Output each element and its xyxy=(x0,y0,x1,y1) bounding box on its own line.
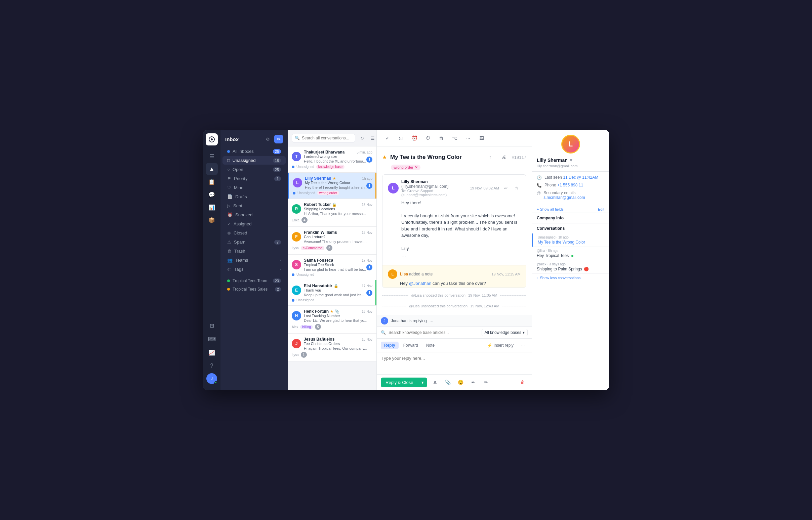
table-icon[interactable]: ⊞ xyxy=(206,319,218,332)
gallery-button[interactable]: 🖼 xyxy=(476,133,487,144)
sidebar-item-priority[interactable]: ⚑ Priority 1 xyxy=(223,174,286,183)
analytics-icon[interactable]: 📊 xyxy=(206,201,218,213)
conversations-icon[interactable]: 💬 xyxy=(206,188,218,201)
spam-label: Spam xyxy=(234,239,272,244)
refresh-button[interactable]: ↻ xyxy=(357,133,367,143)
priority-up-button[interactable]: ↑ xyxy=(485,152,496,162)
inbox-icon[interactable]: ▲ xyxy=(206,163,218,175)
conv-item-6[interactable]: E Elsi Hansdottir 🔒 17 Nov Thank you Kee… xyxy=(288,280,376,306)
conv-time-5: 17 Nov xyxy=(362,259,372,262)
conv-item-4[interactable]: F Franklin Williams 18 Nov Can I return?… xyxy=(288,227,376,255)
hamburger-icon[interactable]: ☰ xyxy=(206,150,218,162)
show-all-fields-link[interactable]: + Show all fields xyxy=(537,207,564,211)
sidebar-team-tropical-tees-sales[interactable]: Tropical Tees Sales 2 xyxy=(223,285,286,293)
timer-button[interactable]: ⏱ xyxy=(423,133,433,144)
mine-icon: ♡ xyxy=(227,185,231,190)
sidebar-item-teams[interactable]: 👥 Teams › xyxy=(223,256,286,264)
sidebar-item-trash[interactable]: 🗑 Trash xyxy=(223,247,286,255)
sidebar-item-snoozed[interactable]: ⏰ Snoozed xyxy=(223,211,286,219)
tab-note[interactable]: Note xyxy=(423,342,438,349)
kb-search-input[interactable] xyxy=(388,330,479,335)
conv-history-2[interactable]: @lisa · 8h ago Hey Tropical Tees xyxy=(532,247,609,260)
delete-button[interactable]: 🗑 xyxy=(436,133,447,144)
reports-icon[interactable]: 📋 xyxy=(206,176,218,188)
integrations-icon[interactable]: 📦 xyxy=(206,214,218,226)
show-less-link[interactable]: + Show less conversations xyxy=(532,274,609,282)
msg-more-1[interactable]: ··· xyxy=(388,253,521,260)
keyboard-icon[interactable]: ⌨ xyxy=(206,333,218,345)
msg-time-1: 19 Nov, 09:32 AM xyxy=(470,186,499,190)
sidebar-item-all-inboxes[interactable]: All inboxes 25 xyxy=(223,147,286,156)
reply-icon-msg[interactable]: ↩ xyxy=(502,184,510,192)
snooze-button[interactable]: ⏰ xyxy=(409,133,420,144)
reply-close-dropdown-arrow[interactable]: ▾ xyxy=(418,378,427,387)
sidebar-item-open[interactable]: ○ Open 25 xyxy=(223,165,286,174)
sidebar-item-drafts[interactable]: 📄 Drafts xyxy=(223,192,286,201)
kb-dropdown-button[interactable]: All knowledge bases ▾ xyxy=(482,329,528,336)
more-button[interactable]: ··· xyxy=(463,133,474,144)
sent-icon: ▷ xyxy=(227,203,231,208)
search-bar[interactable]: 🔍 xyxy=(292,134,355,142)
conv-history-title-2: Hey Tropical Tees xyxy=(537,253,604,258)
assigned-icon: ✓ xyxy=(227,222,231,227)
sidebar-item-sent[interactable]: ▷ Sent xyxy=(223,202,286,210)
conv-history-1[interactable]: Unassigned · 1h ago My Tee is the Wrong … xyxy=(532,233,609,247)
teams-label: Teams xyxy=(235,258,277,263)
merge-button[interactable]: ⌥ xyxy=(449,133,460,144)
trends-icon[interactable]: 📈 xyxy=(206,346,218,358)
font-button[interactable]: A xyxy=(430,377,440,387)
resolve-button[interactable]: ✓ xyxy=(382,133,393,144)
star-msg-button[interactable]: ☆ xyxy=(512,184,521,192)
main-panel: ✓ 🏷 ⏰ ⏱ 🗑 ⌥ ··· 🖼 ★ My Tee is the Wrong … xyxy=(377,130,532,390)
reply-textarea[interactable] xyxy=(377,353,532,374)
unread-dot-1 xyxy=(292,165,295,168)
sent-label: Sent xyxy=(233,203,281,208)
discard-button[interactable]: 🗑 xyxy=(517,377,528,387)
conv-history-3[interactable]: @alex · 3 days ago Shipping to Palm Spri… xyxy=(532,260,609,274)
edit-button[interactable]: ✏ xyxy=(481,377,491,387)
sidebar-item-assigned[interactable]: ✓ Assigned xyxy=(223,220,286,228)
sidebar-settings-icon[interactable]: ⚙ xyxy=(263,135,272,144)
reply-more-button[interactable]: ··· xyxy=(518,341,528,350)
conv-star-icon[interactable]: ★ xyxy=(382,154,387,161)
tag-chip-remove[interactable]: ✕ xyxy=(415,165,418,170)
lock-icon-6: 🔒 xyxy=(334,284,338,288)
conv-item-2[interactable]: L Lilly Sherman ★ 1h ago My Tee is the W… xyxy=(288,173,376,199)
last-seen-icon: 🕐 xyxy=(537,175,542,180)
sidebar-item-closed[interactable]: ⊗ Closed xyxy=(223,229,286,237)
sidebar-item-mine[interactable]: ♡ Mine xyxy=(223,183,286,192)
conv-item-7[interactable]: H Henk Fortuin ★ 📎 16 Nov Lost Tracking … xyxy=(288,306,376,334)
contact-dropdown-icon[interactable]: ▾ xyxy=(570,157,573,163)
sidebar-team-tropical-tees-team[interactable]: Tropical Tees Team 23 xyxy=(223,277,286,285)
sidebar-item-unassigned[interactable]: □ Unassigned 18 xyxy=(223,156,286,164)
conv-assignee-4: Lysa xyxy=(292,246,299,250)
label-button[interactable]: 🏷 xyxy=(396,133,406,144)
conv-name-8: Jesus Bañuelos xyxy=(304,337,334,342)
search-input[interactable] xyxy=(302,136,352,140)
sidebar: Inbox ⚙ ✏ All inboxes 25 □ Unassigned 18… xyxy=(221,130,288,390)
signature-button[interactable]: ✒ xyxy=(468,377,478,387)
sidebar-compose-icon[interactable]: ✏ xyxy=(274,135,283,144)
conv-item-3[interactable]: R Robert Tucker 🔒 18 Nov Shipping Locati… xyxy=(288,199,376,227)
emoji-button[interactable]: 😊 xyxy=(455,377,465,387)
conv-item-8[interactable]: J Jesus Bañuelos 16 Nov Tee Christmas Or… xyxy=(288,334,376,361)
help-icon[interactable]: ? xyxy=(206,360,218,372)
sidebar-item-spam[interactable]: ⚠ Spam 7 xyxy=(223,238,286,246)
tab-forward[interactable]: Forward xyxy=(400,342,422,349)
unread-badge-7: 5 xyxy=(315,324,321,330)
teams-expand-icon: › xyxy=(280,258,281,262)
filter-button[interactable]: ☰ xyxy=(368,133,377,143)
conv-item-5[interactable]: S Salma Fonseca 17 Nov Tropical Tee Stoc… xyxy=(288,255,376,280)
reply-close-button[interactable]: Reply & Close ▾ xyxy=(381,378,427,387)
print-button[interactable]: 🖨 xyxy=(499,152,509,162)
user-avatar-rail[interactable]: J xyxy=(206,373,217,384)
conv-history-meta-1: Unassigned · 1h ago xyxy=(538,235,604,239)
tab-reply[interactable]: Reply xyxy=(381,342,399,349)
sidebar-item-tags[interactable]: 🏷 Tags › xyxy=(223,265,286,274)
edit-contact-link[interactable]: Edit xyxy=(598,207,604,211)
conv-item-1[interactable]: T Thakurjeet Bharwana 5 min. ago I order… xyxy=(288,147,376,173)
attachment-button[interactable]: 📎 xyxy=(442,377,453,387)
unread-badge-4: 2 xyxy=(326,245,332,251)
insert-reply-button[interactable]: ⚡ Insert reply xyxy=(485,341,516,350)
msg-avatar-1: L xyxy=(388,183,399,193)
